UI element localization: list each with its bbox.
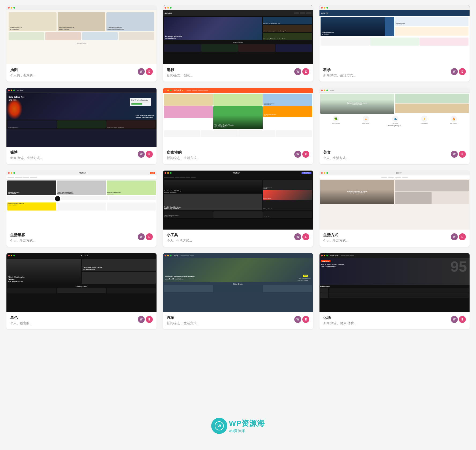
theme-info-illustration: 插图 个人的，创意的... W E — [6, 64, 157, 82]
badge-woo: W — [138, 68, 145, 75]
theme-badges-viral: W E — [294, 151, 309, 158]
badge-el-film: E — [302, 68, 309, 75]
watermark-icon: W — [211, 418, 227, 434]
theme-badges-film: W E — [294, 68, 309, 75]
theme-name-film: 电影 — [167, 68, 193, 72]
theme-preview-gaming: KICKER Epic delays Forand live Sign Up t… — [6, 88, 157, 147]
badge-woo-lifehacker: W — [138, 233, 145, 240]
theme-preview-lifehacker: KICKER LIVE GAP AND KANYE WILLCOLLABORAT… — [6, 171, 157, 230]
theme-card-gaming[interactable]: KICKER Epic delays Forand live Sign Up t… — [6, 88, 157, 164]
theme-info-viral: 病毒性的 新闻/杂志、生活方式... W E — [163, 147, 313, 164]
theme-badges-lifehacker: W E — [138, 233, 153, 240]
badge-woo-gaming: W — [138, 151, 145, 158]
theme-preview-science: KICKER Dustin Lance Blackon the hood Ton… — [319, 5, 470, 64]
theme-card-film[interactable]: KICKER The amazing heroes of USwomen's f… — [163, 5, 313, 82]
theme-name-car: 汽车 — [167, 315, 199, 320]
theme-name-lifestyle: 生活方式 — [323, 233, 348, 238]
theme-card-monochrome[interactable]: Kicker This Is What Couples TherapyCan A… — [6, 253, 157, 329]
theme-card-lifehacker[interactable]: KICKER LIVE GAP AND KANYE WILLCOLLABORAT… — [6, 171, 157, 247]
theme-info-science: 科学 新闻/杂志、生活方式... W E — [319, 64, 470, 82]
svg-text:W: W — [217, 424, 221, 428]
theme-card-viral[interactable]: KICKER 🔥 Your naughts does notknow about… — [163, 88, 313, 164]
badge-el-food: E — [459, 151, 466, 158]
badge-woo-food: W — [451, 151, 458, 158]
theme-preview-film: KICKER The amazing heroes of USwomen's f… — [163, 5, 313, 64]
theme-name-illustration: 插图 — [10, 68, 35, 72]
theme-badges-sport: W E — [451, 316, 466, 323]
theme-preview-food: kicker Spinach and ricotta ravioli with … — [319, 88, 470, 147]
theme-name-gadget: 小工具 — [167, 233, 192, 238]
theme-preview-monochrome: Kicker This Is What Couples TherapyCan A… — [6, 253, 157, 312]
badge-el-sport: E — [459, 316, 466, 323]
theme-name-gaming: 赌博 — [10, 150, 43, 155]
theme-info-gaming: 赌博 新闻/杂志、生活方式... W E — [6, 147, 157, 164]
theme-desc-science: 新闻/杂志、生活方式... — [323, 73, 356, 78]
theme-card-science[interactable]: KICKER Dustin Lance Blackon the hood Ton… — [319, 5, 470, 82]
theme-info-lifestyle: 生活方式 个人、生活方式... W E — [319, 230, 470, 247]
theme-name-science: 科学 — [323, 68, 356, 72]
theme-desc-monochrome: 个人、创意的... — [10, 321, 32, 326]
theme-desc-lifehacker: 个人、生活方式... — [10, 238, 35, 243]
theme-badges-food: W E — [451, 151, 466, 158]
theme-info-food: 美食 个人、生活方式... W E — [319, 147, 470, 164]
theme-info-monochrome: 单色 个人、创意的... W E — [6, 312, 157, 329]
badge-el-gadget: E — [302, 233, 309, 240]
badge-woo-gadget: W — [294, 233, 301, 240]
theme-name-sport: 运动 — [323, 315, 357, 320]
badge-el-car: E — [302, 316, 309, 323]
badge-woo-monochrome: W — [138, 316, 145, 323]
theme-grid: Dustin Lance Blackon Fatherhood News of … — [0, 0, 476, 335]
theme-preview-viral: KICKER 🔥 Your naughts does notknow about… — [163, 88, 313, 147]
theme-card-car[interactable]: kicker Big restart proves elusive as sup… — [163, 253, 313, 329]
watermark-subtext: wp资源海 — [229, 429, 265, 433]
badge-el-lifestyle: E — [459, 233, 466, 240]
theme-name-monochrome: 单色 — [10, 315, 32, 320]
theme-name-lifehacker: 生活黑客 — [10, 233, 35, 238]
badge-el-lifehacker: E — [146, 233, 153, 240]
theme-info-gadget: 小工具 个人、生活方式... W E — [163, 230, 313, 247]
watermark: W WP资源海 wp资源海 — [211, 418, 265, 434]
badge-el-gaming: E — [146, 151, 153, 158]
badge-woo-car: W — [294, 316, 301, 323]
featured-viral-item: This Is What Couples TherapyCan Actually… — [213, 106, 262, 129]
theme-name-food: 美食 — [323, 150, 348, 155]
theme-card-illustration[interactable]: Dustin Lance Blackon Fatherhood News of … — [6, 5, 157, 82]
theme-badges-gaming: W E — [138, 151, 153, 158]
theme-desc-viral: 新闻/杂志、生活方式... — [167, 156, 199, 160]
theme-badges-illustration: W E — [138, 68, 153, 75]
theme-badges-gadget: W E — [294, 233, 309, 240]
theme-desc-food: 个人、生活方式... — [323, 156, 348, 160]
theme-desc-sport: 新闻/杂志、健康/体育... — [323, 321, 357, 326]
theme-desc-gadget: 个人、生活方式... — [167, 238, 192, 243]
theme-badges-monochrome: W E — [138, 316, 153, 323]
wp-logo-icon: W — [214, 421, 224, 431]
theme-info-film: 电影 新闻/杂志，创意... W E — [163, 64, 313, 82]
badge-el: E — [146, 68, 153, 75]
badge-el-viral: E — [302, 151, 309, 158]
theme-desc-gaming: 新闻/杂志、生活方式... — [10, 156, 43, 160]
theme-badges-science: W E — [451, 68, 466, 75]
theme-card-sport[interactable]: kicker.sport 95 BREAKING This Is What Co… — [319, 253, 470, 329]
badge-el-monochrome: E — [146, 316, 153, 323]
theme-desc-illustration: 个人的，创意的... — [10, 73, 35, 78]
theme-card-gadget[interactable]: KICKER SUBSCRIBE — [163, 171, 313, 247]
theme-badges-lifestyle: W E — [451, 233, 466, 240]
theme-card-lifestyle[interactable]: kicker Apple is working to speedup repai… — [319, 171, 470, 247]
badge-woo-lifestyle: W — [451, 233, 458, 240]
svg-point-0 — [215, 422, 224, 430]
theme-card-food[interactable]: kicker Spinach and ricotta ravioli with … — [319, 88, 470, 164]
theme-desc-film: 新闻/杂志，创意... — [167, 73, 193, 78]
badge-el-science: E — [459, 68, 466, 75]
theme-preview-lifestyle: kicker Apple is working to speedup repai… — [319, 171, 470, 230]
theme-info-car: 汽车 新闻/杂志、生活方式... W E — [163, 312, 313, 329]
theme-desc-car: 新闻/杂志、生活方式... — [167, 321, 199, 326]
theme-preview-sport: kicker.sport 95 BREAKING This Is What Co… — [319, 253, 470, 312]
badge-woo-science: W — [451, 68, 458, 75]
theme-preview-illustration: Dustin Lance Blackon Fatherhood News of … — [6, 5, 157, 64]
theme-info-lifehacker: 生活黑客 个人、生活方式... W E — [6, 230, 157, 247]
theme-preview-car: kicker Big restart proves elusive as sup… — [163, 253, 313, 312]
badge-woo-sport: W — [451, 316, 458, 323]
watermark-text: WP资源海 — [229, 418, 265, 429]
theme-name-viral: 病毒性的 — [167, 150, 199, 155]
theme-preview-gadget: KICKER SUBSCRIBE — [163, 171, 313, 230]
